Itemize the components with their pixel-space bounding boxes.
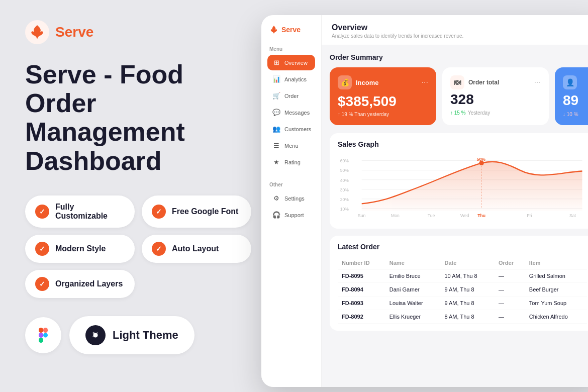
table-row: FD-8093 Louisa Walter 9 AM, Thu 8 — Tom …	[338, 297, 587, 310]
col-order: Order	[495, 257, 525, 269]
order-total-label-text: 🍽 Order total	[450, 75, 499, 89]
customers-icon: 👥	[272, 125, 280, 133]
order-date: 10 AM, Thu 8	[440, 269, 495, 283]
svg-point-7	[93, 332, 95, 334]
table-row: FD-8092 Ellis Krueger 8 AM, Thu 8 — Chic…	[338, 310, 587, 324]
order-date: 8 AM, Thu 8	[440, 310, 495, 324]
feature-fully-customizable: ✓ Fully Customizable	[25, 195, 135, 228]
order-date: 9 AM, Thu 8	[440, 283, 495, 297]
sidebar-item-settings[interactable]: ⚙ Settings	[267, 190, 315, 206]
order-id: FD-8094	[338, 283, 385, 297]
order-summary-title: Order Summary	[330, 53, 588, 61]
sidebar-brand-name: Serve	[281, 26, 301, 34]
svg-rect-1	[39, 328, 43, 333]
settings-icon: ⚙	[272, 194, 280, 202]
sidebar-other-label: Other	[267, 182, 315, 187]
third-card-icon: 👤	[563, 75, 577, 89]
order-order: —	[495, 310, 525, 324]
svg-text:50%: 50%	[477, 157, 486, 162]
col-number-id: Number ID	[338, 257, 385, 269]
order-name: Emilio Bruce	[385, 269, 441, 283]
order-id: FD-8095	[338, 269, 385, 283]
sidebar-item-support[interactable]: 🎧 Support	[267, 207, 315, 223]
sidebar-item-order[interactable]: 🛒 Order	[267, 88, 315, 104]
col-item: Item	[525, 257, 587, 269]
sidebar-menu-label: Menu	[267, 46, 315, 52]
sidebar-item-analytics[interactable]: 📊 Analytics	[267, 71, 315, 87]
feature-auto-layout: ✓ Auto Layout	[142, 235, 251, 263]
feature-modern-style: ✓ Modern Style	[25, 235, 135, 263]
feature-free-google-font: ✓ Free Google Font	[142, 195, 251, 228]
order-id: FD-8093	[338, 297, 385, 310]
sidebar-nav: ⊞ Overview 📊 Analytics 🛒 Order 💬 Message…	[267, 55, 315, 170]
sidebar-item-messages[interactable]: 💬 Messages	[267, 105, 315, 120]
sales-graph-title: Sales Graph	[338, 140, 587, 148]
sidebar-logo: Serve	[267, 25, 315, 34]
sales-section: Sales Graph 60% 50% 40% 30% 20% 10%	[330, 133, 588, 229]
figma-icon	[34, 326, 52, 344]
svg-point-9	[92, 336, 94, 337]
svg-text:Wed: Wed	[460, 213, 469, 218]
sidebar-item-overview[interactable]: ⊞ Overview	[267, 55, 315, 70]
brand-logo-icon	[25, 20, 49, 44]
order-total-header: 🍽 Order total ···	[450, 75, 541, 89]
check-icon: ✓	[35, 242, 49, 256]
income-change: ↑ 19 % Than yesterday	[338, 112, 428, 117]
table-row: FD-8094 Dani Garner 9 AM, Thu 8 — Beef B…	[338, 283, 587, 297]
svg-rect-2	[43, 328, 48, 333]
svg-text:30%: 30%	[340, 187, 349, 192]
svg-text:Mon: Mon	[391, 213, 400, 218]
check-icon: ✓	[152, 242, 166, 256]
menu-icon: ☰	[272, 142, 280, 149]
sidebar: Serve Menu ⊞ Overview 📊 Analytics 🛒 Orde…	[261, 15, 322, 387]
order-item: Chicken Alfredo	[525, 310, 587, 324]
order-order: —	[495, 283, 525, 297]
sidebar-other-nav: ⚙ Settings 🎧 Support	[267, 190, 315, 223]
svg-text:60%: 60%	[340, 158, 349, 163]
main-title: Serve - FoodOrderManagementDashboard	[25, 60, 251, 175]
theme-icon	[85, 325, 106, 345]
income-label: Income	[356, 79, 379, 86]
figma-badge	[25, 317, 61, 353]
table-row: FD-8095 Emilio Bruce 10 AM, Thu 8 — Gril…	[338, 269, 587, 283]
order-order: —	[495, 297, 525, 310]
order-change-note: Yesterday	[468, 110, 490, 116]
sidebar-item-menu[interactable]: ☰ Menu	[267, 138, 315, 153]
order-icon: 🛒	[272, 92, 280, 100]
income-dots: ···	[422, 78, 428, 87]
col-date: Date	[440, 257, 495, 269]
svg-text:20%: 20%	[340, 197, 349, 202]
col-name: Name	[385, 257, 441, 269]
third-card-value: 89	[563, 92, 587, 109]
dashboard-page-subtitle: Analyze sales data to identify trends fo…	[332, 33, 588, 39]
order-cards: 💰 Income ··· $385,509 ↑ 19 % Than yester…	[330, 67, 588, 125]
dashboard-page-title: Overview	[332, 23, 588, 32]
svg-text:Sat: Sat	[569, 213, 576, 218]
messages-icon: 💬	[272, 109, 280, 116]
rating-icon: ★	[272, 158, 280, 166]
order-name: Louisa Walter	[385, 297, 441, 310]
income-icon: 💰	[338, 75, 352, 89]
sidebar-item-customers[interactable]: 👥 Customers	[267, 121, 315, 137]
income-card-header: 💰 Income ···	[338, 75, 428, 89]
order-item: Grilled Salmon	[525, 269, 587, 283]
order-item: Beef Burger	[525, 283, 587, 297]
overview-icon: ⊞	[272, 59, 280, 66]
light-theme-badge: Light Theme	[69, 316, 194, 354]
dashboard-wrapper: Serve Menu ⊞ Overview 📊 Analytics 🛒 Orde…	[261, 15, 588, 387]
order-id: FD-8092	[338, 310, 385, 324]
svg-text:10%: 10%	[340, 207, 349, 212]
latest-order-title: Latest Order	[338, 243, 587, 251]
light-theme-label: Light Theme	[113, 329, 178, 342]
order-date: 9 AM, Thu 8	[440, 297, 495, 310]
third-card: 👤 89 ↓ 10 %	[555, 67, 588, 125]
sidebar-item-rating[interactable]: ★ Rating	[267, 154, 315, 170]
brand-name: Serve	[55, 24, 93, 40]
svg-text:50%: 50%	[340, 168, 349, 173]
sidebar-logo-icon	[269, 25, 278, 34]
left-panel: Serve Serve - FoodOrderManagementDashboa…	[0, 0, 276, 392]
svg-rect-3	[39, 333, 43, 338]
order-order: —	[495, 269, 525, 283]
order-total-num: 328	[450, 91, 541, 108]
dashboard-header: Overview Analyze sales data to identify …	[322, 15, 588, 45]
